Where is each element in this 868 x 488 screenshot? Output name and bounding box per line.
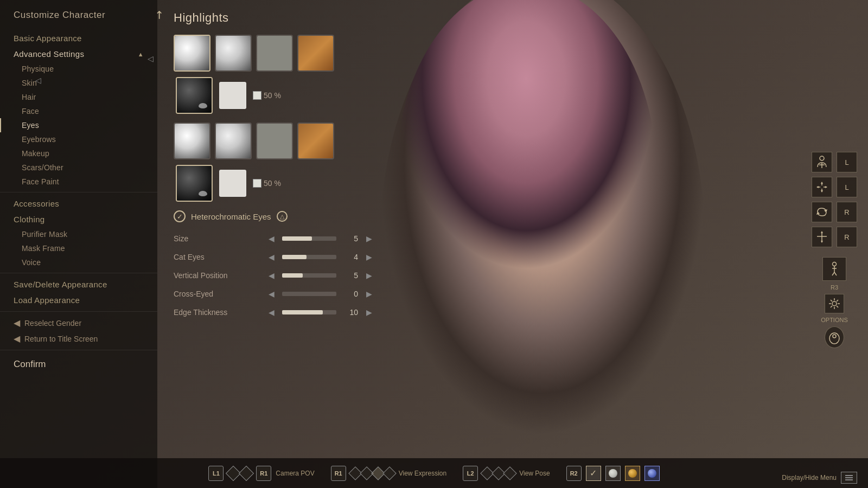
slider-size-left[interactable]: ◀	[266, 233, 277, 244]
confirm-button[interactable]: Confirm	[0, 354, 157, 375]
opacity-unit-2: %	[275, 179, 281, 188]
slider-cat-eyes-left[interactable]: ◀	[266, 252, 277, 262]
swatch-dark-selected-1[interactable]	[176, 77, 213, 114]
slider-cross-eyed-value: 0	[342, 290, 358, 298]
swatch-white-sphere-2[interactable]	[174, 123, 210, 159]
slider-size-right[interactable]: ▶	[363, 233, 374, 244]
opacity-small-swatch-1[interactable]	[219, 82, 246, 109]
sidebar-item-skin[interactable]: Skin	[0, 76, 157, 90]
sidebar-item-eyes[interactable]: Eyes	[0, 118, 157, 132]
slider-cat-eyes-fill	[282, 255, 307, 259]
sidebar-item-reselect-gender[interactable]: ◀ Reselect Gender	[0, 315, 157, 331]
sidebar-item-load-appearance[interactable]: Load Appearance	[0, 292, 157, 308]
right-hud: L L R	[812, 152, 857, 348]
heterochromatic-label: Heterochromatic Eyes	[191, 212, 271, 221]
swatch-brown-2[interactable]	[297, 123, 334, 159]
sidebar-item-return-title[interactable]: ◀ Return to Title Screen	[0, 331, 157, 346]
sidebar-item-clothing[interactable]: Clothing	[0, 211, 157, 227]
sidebar-item-makeup[interactable]: Makeup	[0, 146, 157, 160]
sidebar-item-scars-other[interactable]: Scars/Other	[0, 160, 157, 175]
slider-edge-track[interactable]	[282, 310, 336, 314]
opacity-checkbox-2	[253, 179, 261, 188]
divider1	[0, 192, 157, 192]
swatch-dark-selected-2[interactable]	[176, 165, 213, 202]
view-expression-label: View Expression	[399, 470, 447, 477]
swatch-light-sphere[interactable]	[215, 35, 252, 72]
svg-marker-10	[821, 241, 823, 243]
swatch-brown[interactable]	[297, 35, 334, 72]
slider-cross-eyed: Cross-Eyed ◀ 0 ▶	[174, 288, 374, 299]
swatch-light-inner-2	[216, 124, 251, 158]
warning-icon: △	[277, 211, 288, 222]
r2-confirm-button[interactable]: R2 ✓	[566, 466, 660, 481]
slider-edge-right[interactable]: ▶	[363, 307, 374, 318]
swatch-light-sphere-2[interactable]	[215, 123, 252, 159]
slider-vpos-track[interactable]	[282, 273, 336, 278]
sidebar-item-physique[interactable]: Physique	[0, 62, 157, 76]
opacity-small-swatch-2[interactable]	[219, 170, 246, 197]
slider-size-fill	[282, 236, 312, 241]
divider3	[0, 311, 157, 312]
chevron-up-icon: ▲	[138, 51, 144, 57]
slider-vpos-fill	[282, 273, 303, 278]
svg-marker-6	[825, 186, 827, 188]
slider-cat-eyes: Cat Eyes ◀ 4 ▶	[174, 252, 374, 262]
sidebar-item-hair[interactable]: Hair	[0, 90, 157, 104]
hud-row-2: L	[812, 177, 857, 197]
sidebar-item-basic-appearance[interactable]: Basic Appearance	[0, 30, 157, 46]
opacity-row-2: 50%	[174, 165, 374, 202]
hud-l-badge-1: L	[837, 152, 857, 172]
hud-row-1: L	[812, 152, 857, 172]
slider-cross-eyed-left[interactable]: ◀	[266, 288, 277, 299]
sidebar-item-eyebrows[interactable]: Eyebrows	[0, 132, 157, 146]
sidebar-item-face-paint[interactable]: Face Paint	[0, 175, 157, 189]
sidebar-item-advanced-settings[interactable]: Advanced Settings ▲	[0, 46, 157, 62]
svg-marker-5	[816, 186, 819, 188]
swatch-grey[interactable]	[256, 35, 293, 72]
swatch-grey-2[interactable]	[256, 123, 293, 159]
menu-key-icon[interactable]	[841, 472, 857, 484]
divider4	[0, 350, 157, 350]
sidebar-item-purifier-mask[interactable]: Purifier Mask	[0, 227, 157, 241]
main-panel: Highlights 50%	[157, 0, 391, 488]
swatch-white-sphere[interactable]	[174, 35, 210, 72]
slider-cat-eyes-track[interactable]	[282, 255, 336, 259]
sidebar-item-save-delete[interactable]: Save/Delete Appearance	[0, 277, 157, 292]
hud-gear-icon[interactable]	[825, 294, 844, 313]
slider-cat-eyes-right[interactable]: ▶	[363, 252, 374, 262]
view-pose-button[interactable]: L2 View Pose	[463, 466, 550, 481]
sidebar-item-accessories[interactable]: Accessories	[0, 196, 157, 211]
swatch-grey-inner-2	[257, 124, 292, 158]
hud-dial-icon[interactable]	[825, 326, 844, 348]
slider-edge-value: 10	[342, 308, 358, 317]
sliders-container: Size ◀ 5 ▶ Cat Eyes ◀ 4 ▶ Vertical Posit…	[174, 233, 374, 318]
view-expression-button[interactable]: R1 View Expression	[331, 466, 447, 481]
hud-zoom-icon[interactable]	[812, 227, 832, 247]
hud-person-icon[interactable]	[812, 152, 832, 172]
slider-edge-left[interactable]: ◀	[266, 307, 277, 318]
hud-move-icon[interactable]	[812, 177, 832, 197]
hud-person-stand-icon[interactable]	[822, 257, 846, 281]
sidebar-item-mask-frame[interactable]: Mask Frame	[0, 241, 157, 255]
camera-pov-button[interactable]: L1 R1 Camera POV	[208, 466, 314, 481]
slider-size-track[interactable]	[282, 236, 336, 241]
hud-l-badge-2: L	[837, 177, 857, 197]
hud-rotate-icon[interactable]	[812, 202, 832, 222]
slider-cross-eyed-track[interactable]	[282, 292, 336, 296]
l1-key: L1	[208, 466, 224, 481]
swatch-brown-inner	[298, 36, 333, 70]
svg-marker-9	[821, 231, 823, 233]
slider-cross-eyed-right[interactable]: ▶	[363, 288, 374, 299]
back-arrow-icon: ◀	[14, 318, 20, 328]
sidebar-item-face[interactable]: Face	[0, 104, 157, 118]
bottom-bar: L1 R1 Camera POV R1 View Expression L2 V…	[0, 458, 868, 488]
slider-vpos-left[interactable]: ◀	[266, 270, 277, 281]
slider-edge-label: Edge Thickness	[174, 308, 260, 317]
slider-vpos-right[interactable]: ▶	[363, 270, 374, 281]
display-hide-label: Display/Hide Menu	[782, 474, 837, 481]
sidebar-item-voice[interactable]: Voice	[0, 255, 157, 269]
heterochromatic-checkbox[interactable]	[174, 210, 186, 222]
swatch-light-inner	[216, 36, 251, 70]
opacity-row-1: 50%	[174, 77, 374, 114]
heterochromatic-row[interactable]: Heterochromatic Eyes △	[174, 210, 374, 222]
